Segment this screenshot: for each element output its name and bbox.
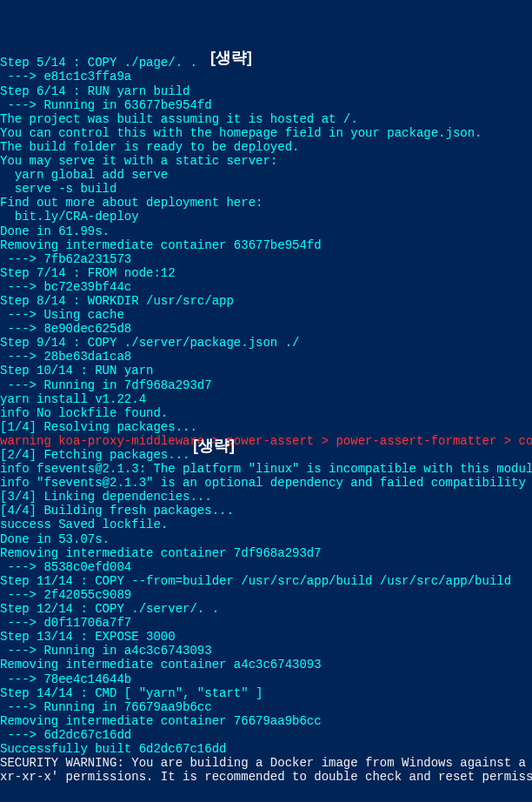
terminal-line: ---> 2f42055c9089 [0,588,532,602]
terminal-line: Removing intermediate container 7df968a2… [0,546,532,560]
terminal-output: Step 5/14 : COPY ./page/. . ---> e81c1c3… [0,56,532,784]
terminal-line: info "fsevents@2.1.3" is an optional dep… [0,476,532,490]
terminal-line: ---> 8e90dec625d8 [0,322,532,336]
terminal-line: Removing intermediate container a4c3c674… [0,658,532,672]
terminal-line: yarn install v1.22.4 [0,392,532,406]
terminal-line: Done in 61.99s. [0,224,532,238]
terminal-line: Step 10/14 : RUN yarn [0,364,532,378]
terminal-line: [1/4] Resolving packages... [0,420,532,434]
terminal-line: The build folder is ready to be deployed… [0,140,532,154]
terminal-line: ---> 7fb62a231573 [0,252,532,266]
terminal-line: bit.ly/CRA-deploy [0,210,532,224]
terminal-line: Successfully built 6d2dc67c16dd [0,742,532,756]
terminal-line: ---> d0f11706a7f7 [0,616,532,630]
terminal-line: serve -s build [0,182,532,196]
terminal-line: ---> 8538c0efd004 [0,560,532,574]
terminal-line: ---> bc72e39bf44c [0,280,532,294]
terminal-line: The project was built assuming it is hos… [0,112,532,126]
terminal-line: Step 7/14 : FROM node:12 [0,266,532,280]
terminal-line: You can control this with the homepage f… [0,126,532,140]
terminal-line: Step 13/14 : EXPOSE 3000 [0,630,532,644]
terminal-line: Find out more about deployment here: [0,196,532,210]
terminal-line: Removing intermediate container 76679aa9… [0,714,532,728]
terminal-line: Step 6/14 : RUN yarn build [0,84,532,98]
terminal-line: Step 12/14 : COPY ./server/. . [0,602,532,616]
terminal-line: ---> Running in 76679aa9b6cc [0,700,532,714]
terminal-line: [4/4] Building fresh packages... [0,504,532,518]
terminal-line: ---> 6d2dc67c16dd [0,728,532,742]
terminal-line: warning koa-proxy-middleware > power-ass… [0,434,532,448]
terminal-line: Step 9/14 : COPY ./server/package.json .… [0,336,532,350]
terminal-line: xr-xr-x' permissions. It is recommended … [0,770,532,784]
terminal-line: Step 14/14 : CMD [ "yarn", "start" ] [0,686,532,700]
terminal-line: success Saved lockfile. [0,518,532,531]
terminal-line: Step 5/14 : COPY ./page/. . [0,56,532,70]
terminal-line: ---> Using cache [0,308,532,322]
terminal-line: ---> Running in 7df968a293d7 [0,378,532,392]
terminal-line: ---> Running in 63677be954fd [0,98,532,112]
terminal-line: yarn global add serve [0,168,532,182]
terminal-line: You may serve it with a static server: [0,154,532,168]
terminal-line: ---> Running in a4c3c6743093 [0,644,532,658]
terminal-line: ---> 78ee4c14644b [0,672,532,686]
terminal-line: ---> e81c1c3ffa9a [0,70,532,84]
terminal-line: Step 8/14 : WORKDIR /usr/src/app [0,294,532,308]
terminal-line: SECURITY WARNING: You are building a Doc… [0,756,532,770]
terminal-line: Step 11/14 : COPY --from=builder /usr/sr… [0,574,532,588]
terminal-line: Removing intermediate container 63677be9… [0,238,532,252]
terminal-line: [3/4] Linking dependencies... [0,490,532,504]
terminal-line: ---> 28be63da1ca8 [0,350,532,364]
terminal-line: [2/4] Fetching packages... [0,448,532,462]
terminal-line: Done in 53.07s. [0,532,532,546]
terminal-line: info fsevents@2.1.3: The platform "linux… [0,462,532,476]
terminal-line: info No lockfile found. [0,406,532,420]
